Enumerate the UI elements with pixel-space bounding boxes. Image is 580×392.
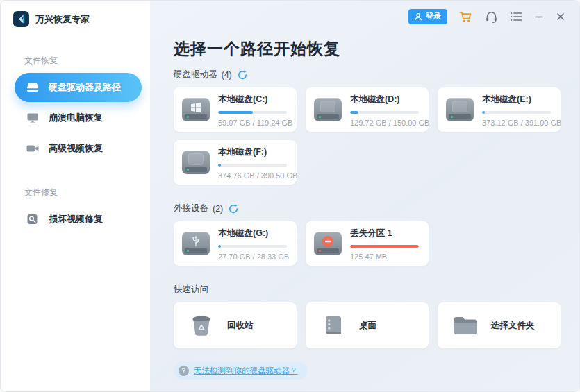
sidebar-section-label: 文件恢复 bbox=[1, 55, 150, 67]
section-drive: 外接设备(2)本地磁盘(G:)27.70 GB / 28.33 GB丢失分区 1… bbox=[174, 203, 579, 266]
drive-card[interactable]: 本地磁盘(G:)27.70 GB / 28.33 GB bbox=[174, 221, 297, 266]
cart-icon[interactable] bbox=[459, 10, 473, 24]
app-logo-icon bbox=[13, 11, 29, 27]
section-label: 快速访问 bbox=[174, 284, 208, 296]
section-header: 外接设备(2) bbox=[174, 203, 579, 214]
card-grid: 本地磁盘(C:)59.07 GB / 119.24 GB本地磁盘(D:)129.… bbox=[174, 87, 579, 185]
drive-led bbox=[319, 116, 321, 118]
minimize-icon[interactable] bbox=[534, 12, 544, 22]
quick-access-card[interactable]: 回收站 bbox=[174, 302, 297, 348]
sidebar-item-video-repair[interactable]: 损坏视频修复 bbox=[15, 205, 142, 234]
sidebar: 万兴恢复专家 文件恢复硬盘驱动器及路径崩溃电脑恢复高级视频恢复文件修复损坏视频修… bbox=[1, 1, 150, 391]
section-header: 快速访问 bbox=[174, 284, 579, 296]
drive-card[interactable]: 本地磁盘(F:)374.76 GB / 390.50 GB bbox=[174, 140, 297, 185]
drive-icon bbox=[182, 151, 210, 174]
drive-card-info: 本地磁盘(E:)373.12 GB / 391.00 GB bbox=[482, 92, 551, 127]
repair-icon bbox=[26, 213, 40, 225]
drive-icon bbox=[182, 98, 210, 121]
help-link[interactable]: 无法检测到你的硬盘驱动器？ bbox=[194, 366, 298, 376]
quick-access-card[interactable]: 选择文件夹 bbox=[438, 302, 561, 348]
usage-bar bbox=[218, 245, 287, 248]
usage-bar-fill bbox=[350, 245, 419, 248]
section-count: (2) bbox=[213, 204, 223, 214]
drive-card[interactable]: 丢失分区 1125.47 MB bbox=[306, 221, 429, 266]
camera-icon bbox=[26, 142, 40, 155]
main-content: 选择一个路径开始恢复 硬盘驱动器(4)本地磁盘(C:)59.07 GB / 11… bbox=[150, 1, 579, 380]
person-icon bbox=[414, 12, 422, 21]
headset-icon[interactable] bbox=[485, 10, 498, 23]
sidebar-item-label: 硬盘驱动器及路径 bbox=[49, 81, 121, 94]
sidebar-item-label: 损坏视频修复 bbox=[49, 213, 103, 225]
drive-led bbox=[319, 250, 321, 252]
usage-bar bbox=[350, 245, 419, 248]
drive-name: 丢失分区 1 bbox=[350, 228, 419, 239]
section-drive: 硬盘驱动器(4)本地磁盘(C:)59.07 GB / 119.24 GB本地磁盘… bbox=[174, 69, 579, 185]
quick-access-label: 回收站 bbox=[227, 320, 254, 332]
drive-icon bbox=[446, 98, 474, 121]
usage-bar bbox=[350, 111, 419, 114]
drive-led bbox=[451, 116, 453, 118]
drive-card[interactable]: 本地磁盘(C:)59.07 GB / 119.24 GB bbox=[174, 87, 297, 132]
card-grid: 本地磁盘(G:)27.70 GB / 28.33 GB丢失分区 1125.47 … bbox=[174, 221, 579, 266]
drive-name: 本地磁盘(C:) bbox=[218, 94, 287, 105]
drive-capacity: 374.76 GB / 390.50 GB bbox=[218, 171, 287, 180]
refresh-icon[interactable] bbox=[238, 70, 247, 80]
usage-bar-fill bbox=[218, 164, 221, 167]
usage-bar bbox=[218, 164, 287, 167]
drive-name: 本地磁盘(F:) bbox=[218, 146, 287, 158]
drive-card-info: 本地磁盘(F:)374.76 GB / 390.50 GB bbox=[218, 145, 287, 180]
usage-bar bbox=[482, 111, 551, 114]
card-grid: 回收站桌面选择文件夹 bbox=[174, 302, 579, 348]
section-quick: 快速访问回收站桌面选择文件夹 bbox=[174, 284, 579, 348]
login-button[interactable]: 登录 bbox=[408, 9, 447, 24]
drive-capacity: 125.47 MB bbox=[350, 253, 419, 261]
app-title: 万兴恢复专家 bbox=[35, 13, 90, 26]
drive-name: 本地磁盘(G:) bbox=[218, 228, 287, 239]
refresh-icon[interactable] bbox=[229, 204, 238, 214]
drive-capacity: 129.72 GB / 150.00 GB bbox=[350, 119, 419, 127]
main-area: 登录 选择一个路径开始恢复 硬盘驱动器(4)本地磁盘(C:)59.07 GB /… bbox=[150, 1, 579, 391]
recycle-bin-icon bbox=[188, 314, 215, 337]
drive-capacity: 27.70 GB / 28.33 GB bbox=[218, 253, 287, 261]
sidebar-item-label: 崩溃电脑恢复 bbox=[49, 112, 103, 124]
sidebar-section-label: 文件修复 bbox=[1, 187, 150, 198]
quick-access-label: 选择文件夹 bbox=[491, 320, 535, 332]
drive-plate bbox=[452, 101, 467, 112]
drive-card-info: 本地磁盘(G:)27.70 GB / 28.33 GB bbox=[218, 226, 287, 261]
section-header: 硬盘驱动器(4) bbox=[174, 69, 579, 80]
usage-bar-fill bbox=[218, 111, 253, 114]
sidebar-item-hdd-path[interactable]: 硬盘驱动器及路径 bbox=[15, 73, 142, 102]
folder-icon bbox=[451, 314, 479, 337]
drive-card[interactable]: 本地磁盘(E:)373.12 GB / 391.00 GB bbox=[438, 87, 561, 132]
list-menu-icon[interactable] bbox=[510, 11, 522, 22]
section-label: 外接设备 bbox=[174, 203, 208, 214]
drive-icon bbox=[314, 232, 342, 255]
drive-badge-windows bbox=[190, 103, 201, 112]
drive-name: 本地磁盘(E:) bbox=[482, 94, 551, 105]
quick-access-card[interactable]: 桌面 bbox=[306, 302, 429, 348]
drive-card[interactable]: 本地磁盘(D:)129.72 GB / 150.00 GB bbox=[306, 87, 429, 132]
drive-plate bbox=[188, 153, 204, 165]
drive-card-info: 本地磁盘(D:)129.72 GB / 150.00 GB bbox=[350, 92, 419, 127]
sidebar-item-advanced-video[interactable]: 高级视频恢复 bbox=[15, 134, 142, 163]
drive-capacity: 59.07 GB / 119.24 GB bbox=[218, 119, 287, 127]
desktop-icon bbox=[320, 314, 347, 337]
drive-badge-lost bbox=[322, 235, 334, 248]
logo-row: 万兴恢复专家 bbox=[1, 1, 150, 27]
drive-card-info: 丢失分区 1125.47 MB bbox=[350, 226, 419, 261]
sidebar-item-crashed-pc[interactable]: 崩溃电脑恢复 bbox=[15, 103, 142, 133]
disk-icon bbox=[26, 81, 40, 94]
quick-access-label: 桌面 bbox=[359, 320, 376, 332]
section-label: 硬盘驱动器 bbox=[174, 69, 217, 80]
help-link-pill[interactable]: ? 无法检测到你的硬盘驱动器？ bbox=[174, 362, 308, 380]
titlebar: 登录 bbox=[150, 1, 579, 33]
drive-led bbox=[187, 116, 189, 118]
close-icon[interactable] bbox=[556, 12, 565, 22]
app-window: 万兴恢复专家 文件恢复硬盘驱动器及路径崩溃电脑恢复高级视频恢复文件修复损坏视频修… bbox=[0, 0, 580, 392]
drive-led bbox=[187, 250, 189, 252]
usage-bar bbox=[218, 111, 287, 114]
drive-led bbox=[187, 169, 189, 171]
monitor-icon bbox=[26, 112, 40, 124]
usage-bar-fill bbox=[350, 111, 358, 114]
usage-bar-fill bbox=[218, 245, 221, 248]
